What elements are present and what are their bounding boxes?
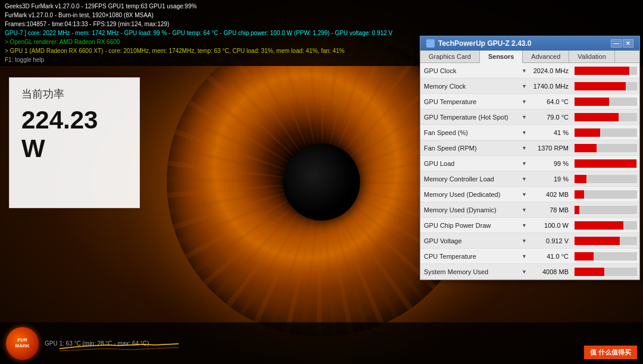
sensor-bar <box>575 98 637 106</box>
sensor-row: Memory Clock▼1740.0 MHz <box>420 79 639 94</box>
sensor-bar <box>575 206 637 214</box>
sensor-bar-fill <box>575 175 586 183</box>
tab-advanced[interactable]: Advanced <box>523 51 569 62</box>
sensor-value: 1370 RPM <box>530 145 572 152</box>
sensor-value: 99 % <box>530 160 572 167</box>
sensor-bar <box>575 237 637 245</box>
sensor-bar-fill <box>575 67 629 75</box>
sensor-dropdown[interactable]: ▼ <box>522 145 527 151</box>
sensor-value: 402 MB <box>530 191 572 198</box>
sensor-bar-fill <box>575 252 594 261</box>
sensor-bar <box>575 268 637 276</box>
sensor-bar-fill <box>575 237 620 245</box>
sensor-bar-fill <box>575 82 626 90</box>
sensor-row: CPU Temperature▼41.0 °C <box>420 249 639 264</box>
sensor-label: Fan Speed (%)▼ <box>420 129 530 136</box>
sensor-dropdown[interactable]: ▼ <box>522 238 527 244</box>
sensor-bar <box>575 190 637 199</box>
sensor-row: System Memory Used▼4008 MB <box>420 264 639 280</box>
gpuz-tabs: Graphics Card Sensors Advanced Validatio… <box>420 51 639 63</box>
sensor-label: GPU Clock▼ <box>420 67 530 74</box>
sensor-label: Memory Used (Dynamic)▼ <box>420 206 530 214</box>
zhi-badge: 值 什么值得买 <box>584 346 637 359</box>
sensor-dropdown[interactable]: ▼ <box>522 161 527 167</box>
sensor-bar <box>575 159 637 168</box>
gpuz-sensor-content: GPU Clock▼2024.0 MHzMemory Clock▼1740.0 … <box>420 63 639 280</box>
tab-sensors[interactable]: Sensors <box>480 51 523 63</box>
sensor-label: Memory Used (Dedicated)▼ <box>420 191 530 198</box>
zhi-text: 值 什么值得买 <box>590 349 631 356</box>
sensor-value: 41 % <box>530 129 572 136</box>
sensor-value: 0.912 V <box>530 237 572 244</box>
sensor-dropdown[interactable]: ▼ <box>522 99 527 105</box>
sensor-dropdown[interactable]: ▼ <box>522 222 527 228</box>
sensor-dropdown[interactable]: ▼ <box>522 176 527 182</box>
sensor-dropdown[interactable]: ▼ <box>522 192 527 197</box>
sensor-dropdown[interactable]: ▼ <box>522 269 527 275</box>
sensor-bar-fill <box>575 190 584 199</box>
sensor-value: 79.0 °C <box>530 114 572 121</box>
sensor-label: GPU Temperature▼ <box>420 98 530 105</box>
sensor-bar <box>575 67 637 75</box>
minimize-button[interactable]: — <box>611 39 622 48</box>
furmark-logo: FURMARK <box>6 327 39 360</box>
sensor-label: GPU Load▼ <box>420 160 530 167</box>
sensor-bar <box>575 113 637 121</box>
sensor-dropdown[interactable]: ▼ <box>522 114 527 120</box>
sensor-label: Memory Controller Load▼ <box>420 175 530 183</box>
sensor-dropdown[interactable]: ▼ <box>522 253 527 259</box>
furmark-line1: FurMark v1.27.0.0 - Burn-in test, 1920×1… <box>5 11 638 20</box>
eye-pupil <box>283 143 360 221</box>
sensor-value: 1740.0 MHz <box>530 83 572 90</box>
sensor-bar <box>575 221 637 230</box>
sensor-label: GPU Chip Power Draw▼ <box>420 222 530 229</box>
sensor-label: CPU Temperature▼ <box>420 253 530 260</box>
sensor-label: GPU Temperature (Hot Spot)▼ <box>420 114 530 121</box>
sensor-row: GPU Load▼99 % <box>420 156 639 171</box>
sensor-row: GPU Voltage▼0.912 V <box>420 233 639 249</box>
sensor-bar <box>575 82 637 90</box>
power-display-box: 当前功率 224.23 W <box>9 77 140 208</box>
tab-validation[interactable]: Validation <box>569 51 615 62</box>
sensor-bar-fill <box>575 128 600 137</box>
power-value: 224.23 W <box>21 106 127 163</box>
sensor-label: System Memory Used▼ <box>420 268 530 275</box>
sensor-bar-fill <box>575 268 604 276</box>
sensor-label: Memory Clock▼ <box>420 83 530 90</box>
sensor-value: 2024.0 MHz <box>530 67 572 74</box>
close-button[interactable]: ✕ <box>623 39 633 48</box>
power-label: 当前功率 <box>21 87 127 101</box>
gpuz-titlebar-left: TechPowerUp GPU-Z 2.43.0 <box>426 39 532 48</box>
sensor-bar <box>575 128 637 137</box>
sensor-bar-fill <box>575 221 623 230</box>
sensor-row: Memory Used (Dedicated)▼402 MB <box>420 187 639 202</box>
sensor-bar-fill <box>575 159 636 168</box>
sensor-bar-fill <box>575 144 597 152</box>
sensor-row: Fan Speed (RPM)▼1370 RPM <box>420 140 639 156</box>
sensor-row: GPU Clock▼2024.0 MHz <box>420 63 639 79</box>
sensor-row: GPU Temperature (Hot Spot)▼79.0 °C <box>420 109 639 125</box>
sensor-label: GPU Voltage▼ <box>420 237 530 244</box>
sensor-row: GPU Temperature▼64.0 °C <box>420 94 639 109</box>
sensor-dropdown[interactable]: ▼ <box>522 68 527 74</box>
sensor-row: Memory Controller Load▼19 % <box>420 171 639 187</box>
temp-chart <box>60 337 179 353</box>
sensor-row: Memory Used (Dynamic)▼78 MB <box>420 202 639 218</box>
sensor-label: Fan Speed (RPM)▼ <box>420 145 530 152</box>
sensor-bar <box>575 144 637 152</box>
sensor-value: 4008 MB <box>530 268 572 275</box>
sensor-value: 19 % <box>530 175 572 183</box>
sensor-dropdown[interactable]: ▼ <box>522 130 527 136</box>
sensor-value: 64.0 °C <box>530 98 572 105</box>
sensor-bar-fill <box>575 206 579 214</box>
tab-graphics-card[interactable]: Graphics Card <box>420 51 480 62</box>
sensor-value: 41.0 °C <box>530 253 572 260</box>
sensor-dropdown[interactable]: ▼ <box>522 83 527 89</box>
sensor-dropdown[interactable]: ▼ <box>522 207 527 213</box>
gpuz-icon <box>426 39 435 48</box>
gpuz-window-controls[interactable]: — ✕ <box>611 39 633 48</box>
furmark-line2: Frames:104857 - time:04:13:33 - FPS:129 … <box>5 20 638 29</box>
furmark-bottom-bar: FURMARK GPU 1: 63 °C (min: 28 °C - max: … <box>0 322 643 364</box>
sensor-bar-fill <box>575 98 609 106</box>
gpuz-title: TechPowerUp GPU-Z 2.43.0 <box>438 39 532 48</box>
